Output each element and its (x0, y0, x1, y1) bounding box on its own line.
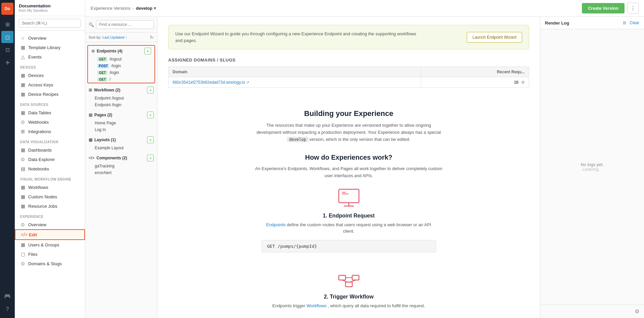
sidebar-item-domains-slugs[interactable]: ⊙ Domains & Slugs (15, 259, 85, 268)
icon-btn-cross[interactable]: ✛ (1, 56, 13, 69)
refresh-button[interactable]: ↻ (150, 35, 154, 40)
data-explorer-icon: ⊙ (20, 157, 26, 162)
sidebar-item-access-keys[interactable]: ▦ Access Keys (15, 80, 85, 89)
sidebar-item-template-library[interactable]: ▦ Template Library (15, 43, 85, 52)
sidebar-item-label: Access Keys (28, 82, 53, 87)
pages-header[interactable]: ▤ Pages (2) + (85, 110, 157, 120)
svg-rect-3 (342, 192, 346, 193)
more-options-button[interactable]: ⋮ (627, 3, 639, 14)
workflows-icon: ⊞ (89, 88, 92, 92)
sidebar-item-resource-jobs[interactable]: ▦ Resource Jobs (15, 201, 85, 211)
sidebar-item-label: Data Tables (28, 110, 51, 115)
workflows-title: ⊞ Workflows (2) (89, 88, 120, 92)
sidebar-item-devices[interactable]: ▦ Devices (15, 71, 85, 80)
sidebar-item-label: Files (28, 252, 37, 257)
sidebar-item-edit[interactable]: </> Edit (15, 229, 85, 240)
sidebar-item-integrations[interactable]: ⊞ Integrations (15, 127, 85, 136)
resource-panel: 🔍 Sort by: Last Updated ↑ ↻ ⊘ Endpoints … (85, 17, 157, 318)
endpoints-header[interactable]: ⊘ Endpoints (4) + (88, 46, 154, 56)
list-item[interactable]: Endpoint /logout (85, 95, 157, 102)
sidebar-item-data-tables[interactable]: ▦ Data Tables (15, 108, 85, 117)
workflows-link[interactable]: Workflows (307, 303, 327, 308)
sidebar-item-events[interactable]: △ Events (15, 52, 85, 62)
sidebar-item-label: Notebooks (28, 166, 49, 171)
method-badge: POST (97, 64, 109, 68)
create-version-button[interactable]: Create Version (582, 3, 625, 13)
list-item[interactable]: errorAlert (85, 169, 157, 176)
layouts-header[interactable]: ▦ Layouts (1) + (85, 134, 157, 145)
breadcrumb-current: develop ▾ (136, 6, 156, 11)
workflows-section: ⊞ Workflows (2) + Endpoint /logout Endpo… (85, 85, 157, 108)
sidebar-item-exp-overview[interactable]: ⊙ Overview (15, 220, 85, 229)
clear-button[interactable]: Clear (630, 21, 639, 25)
step2-title: 2. Trigger Workflow (324, 294, 373, 300)
sidebar-item-workflows[interactable]: ▦ Workflows (15, 183, 85, 192)
list-item[interactable]: Home Page (85, 120, 157, 126)
add-component-button[interactable]: + (147, 155, 154, 161)
sidebar-item-label: Custom Nodes (28, 194, 57, 199)
sidebar-item-webhooks[interactable]: ⊙ Webhooks (15, 117, 85, 127)
list-item[interactable]: Log In (85, 126, 157, 133)
data-tables-icon: ▦ (20, 110, 26, 115)
devices-icon: ▦ (20, 73, 26, 78)
list-item[interactable]: Example Layout (85, 145, 157, 151)
sidebar-item-label: Device Recipes (28, 92, 58, 97)
icon-btn-devices[interactable]: ⊡ (1, 44, 13, 56)
layouts-icon: ▦ (89, 137, 92, 142)
add-layout-button[interactable]: + (147, 136, 154, 143)
step1-desc: Endpoints define the custom routes that … (262, 222, 436, 235)
pages-section: ▤ Pages (2) + Home Page Log In (85, 110, 157, 133)
icon-btn-active[interactable]: ◻ (1, 31, 13, 43)
sort-by-label: Sort by: Last Updated ↑ (89, 35, 127, 39)
sidebar-item-custom-nodes[interactable]: ▦ Custom Nodes (15, 192, 85, 201)
list-item[interactable]: POST /login (88, 63, 154, 69)
list-item[interactable]: GET / (88, 76, 154, 83)
sidebar-item-users-groups[interactable]: ▦ Users & Groups (15, 240, 85, 249)
component-name: gaTracking (95, 164, 114, 168)
list-item[interactable]: gaTracking (85, 163, 157, 169)
how-text: An Experience's Endpoints, Workflows, an… (255, 165, 443, 180)
step2-icon (337, 269, 361, 290)
monitor-title: Render Log (545, 21, 569, 26)
workflows-header[interactable]: ⊞ Workflows (2) + (85, 85, 157, 95)
endpoint-path: /logout (109, 57, 122, 62)
sidebar-item-files[interactable]: ▢ Files (15, 249, 85, 259)
add-page-button[interactable]: + (147, 112, 154, 118)
list-item[interactable]: GET /login (88, 69, 154, 76)
wizard-text: Use our Endpoint Wizard to guide you thr… (175, 31, 417, 44)
step1-title: 1. Endpoint Request (323, 213, 375, 219)
launch-wizard-button[interactable]: Launch Endpoint Wizard (467, 32, 522, 43)
gear-icon[interactable]: ⚙ (521, 80, 525, 85)
endpoints-link[interactable]: Endpoints (266, 222, 286, 227)
sidebar-item-overview[interactable]: ○ Overview (15, 33, 85, 43)
sidebar-item-device-recipes[interactable]: ▦ Device Recipes (15, 89, 85, 99)
domains-icon: ⊙ (20, 261, 26, 266)
add-endpoint-button[interactable]: + (144, 48, 151, 54)
overview-icon: ○ (20, 35, 26, 41)
external-link-icon: ↗ (246, 80, 249, 85)
layouts-title: ▦ Layouts (1) (89, 137, 116, 142)
list-item[interactable]: GET /logout (88, 56, 154, 63)
main-area: Experience Versions › develop ▾ Create V… (85, 0, 644, 318)
breadcrumb-link[interactable]: Experience Versions (91, 6, 131, 11)
topbar: Experience Versions › develop ▾ Create V… (85, 0, 644, 17)
icon-btn-gamepad[interactable]: 🎮 (1, 290, 13, 302)
sidebar-item-dashboards[interactable]: ▦ Dashboards (15, 145, 85, 155)
sidebar-item-data-explorer[interactable]: ⊙ Data Explorer (15, 155, 85, 164)
icon-btn-grid[interactable]: ⊞ (1, 18, 13, 30)
chevron-down-icon[interactable]: ▾ (154, 6, 156, 11)
requests-cell: 16 ⚙ (421, 77, 529, 88)
search-input[interactable] (19, 19, 81, 28)
resource-search-input[interactable] (96, 20, 154, 29)
sidebar-item-notebooks[interactable]: ▤ Notebooks (15, 164, 85, 173)
list-item[interactable]: Endpoint /login (85, 102, 157, 108)
components-header[interactable]: </> Components (2) + (85, 153, 157, 163)
sort-value[interactable]: Last Updated ↑ (102, 35, 127, 39)
endpoints-icon: ⊘ (91, 49, 95, 53)
add-workflow-button[interactable]: + (147, 87, 154, 93)
domain-link[interactable]: 660c3541ef2753b92edad73d.wnology.io ↗ (173, 80, 417, 85)
settings-icon[interactable]: ⚙ (635, 308, 639, 315)
exp-overview-icon: ⊙ (20, 222, 26, 227)
pause-button[interactable]: ⏸ (622, 20, 627, 26)
icon-btn-help[interactable]: ? (1, 303, 13, 315)
